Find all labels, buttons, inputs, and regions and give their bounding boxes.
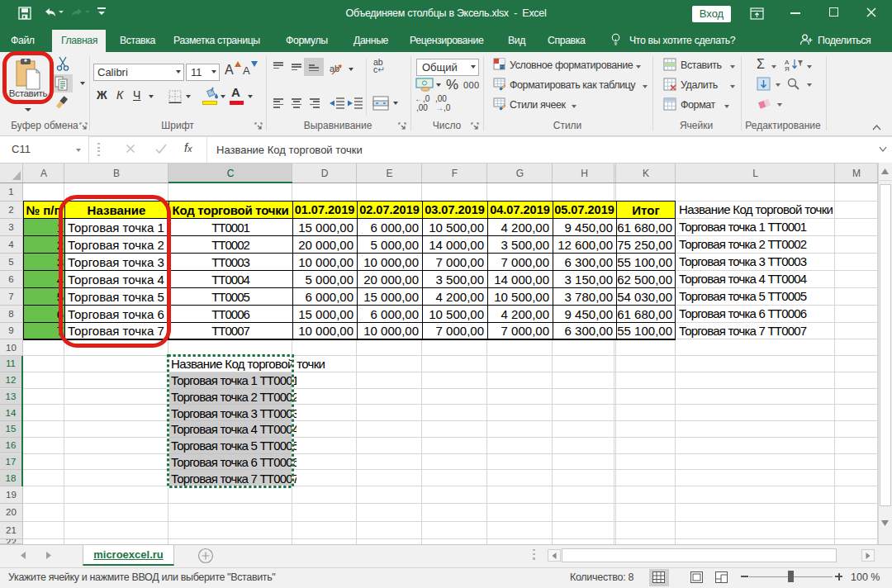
svg-text:Я: Я: [785, 65, 790, 71]
svg-text:≠: ≠: [501, 63, 505, 71]
